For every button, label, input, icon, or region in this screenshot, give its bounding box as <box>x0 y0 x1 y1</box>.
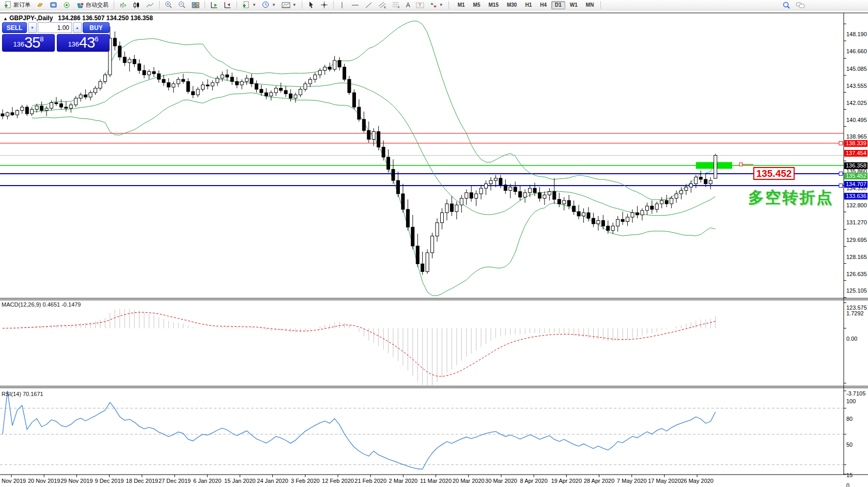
timeframe-button-H4[interactable]: H4 <box>536 1 550 9</box>
crosshair-icon <box>320 1 328 9</box>
svg-text:F: F <box>398 6 400 9</box>
market-watch-button[interactable] <box>34 1 46 10</box>
date-axis-label: 18 Dec 2019 <box>126 478 158 484</box>
horizontal-line-icon <box>351 2 359 9</box>
timeframe-button-H1[interactable]: H1 <box>521 1 535 9</box>
templates-button[interactable]: ▼ <box>280 1 299 10</box>
collapse-triangle-icon[interactable]: ▲ <box>3 16 8 21</box>
date-axis-label: 9 Dec 2019 <box>95 478 123 484</box>
sell-price-big: 35 <box>24 36 40 50</box>
axis-label: 0 <box>846 482 849 487</box>
terminal-button[interactable] <box>48 1 59 10</box>
chinese-note-annotation[interactable]: 多空转折点 <box>748 187 833 208</box>
text-tool[interactable]: A <box>404 1 412 10</box>
date-axis-label: 11 Mar 2020 <box>420 478 452 484</box>
axis-label: 129.695 <box>846 237 867 243</box>
buy-price-base: 136 <box>68 39 79 50</box>
cursor-icon <box>307 1 315 9</box>
bar-chart-mode-button[interactable] <box>117 1 129 10</box>
date-axis-label: 12 Feb 2020 <box>322 478 354 484</box>
price-callout-135452[interactable]: 135.452 <box>753 167 795 180</box>
chart-canvas[interactable] <box>0 10 868 487</box>
chart-symbol-label: GBPJPY-,Daily <box>9 14 53 22</box>
timeframe-button-M5[interactable]: M5 <box>470 1 484 9</box>
separator <box>448 1 449 9</box>
timeframe-button-M15[interactable]: M15 <box>485 1 502 9</box>
signal-button[interactable] <box>61 1 73 10</box>
axis-label: 132.800 <box>846 202 867 208</box>
sell-button[interactable]: SELL <box>2 22 27 33</box>
periods-button[interactable]: ▼ <box>260 1 278 10</box>
volume-down-button[interactable]: ▼ <box>28 22 37 33</box>
search-icon[interactable] <box>782 1 791 9</box>
chart-ohlc-values: 134.286 136.507 134.250 136.358 <box>58 14 153 22</box>
bar-chart-icon <box>119 2 127 9</box>
axis-label: 138.965 <box>846 133 867 140</box>
axis-label: 140.495 <box>846 117 867 123</box>
trendline-tool[interactable] <box>363 1 375 10</box>
volume-input[interactable] <box>38 22 72 33</box>
axis-label: 135.452 <box>844 173 867 179</box>
axis-label: 136.358 <box>844 162 867 169</box>
line-chart-mode-button[interactable] <box>144 1 156 10</box>
autotrading-button[interactable]: 自动交易 <box>74 1 111 10</box>
separator <box>237 1 237 9</box>
vertical-line-tool[interactable] <box>337 1 348 10</box>
new-chart-button[interactable]: ▼ <box>240 1 258 10</box>
monitor-icon <box>50 2 57 9</box>
zoom-out-button[interactable] <box>176 1 188 10</box>
date-axis-label: 20 Mar 2020 <box>453 478 485 484</box>
axis-label: 50 <box>846 442 853 448</box>
timeframe-button-MN[interactable]: MN <box>582 1 598 9</box>
candlestick-icon <box>133 2 141 9</box>
autotrading-label: 自动交易 <box>86 1 109 9</box>
chart-window[interactable]: ▲ GBPJPY-,Daily 134.286 136.507 134.250 … <box>0 10 868 487</box>
separator <box>302 1 302 9</box>
text-label-tool[interactable]: T <box>414 1 426 10</box>
fibonacci-tool[interactable]: F <box>390 1 402 10</box>
text-label-icon: T <box>416 2 424 9</box>
date-axis-label: 30 Mar 2020 <box>485 478 517 484</box>
axis-label: -3.7105 <box>846 390 865 397</box>
volume-up-button[interactable]: ▲ <box>73 22 82 33</box>
new-chart-icon <box>242 1 250 9</box>
autotrading-icon <box>76 2 84 9</box>
date-axis-label: 29 Nov 2019 <box>60 478 92 484</box>
chart-shift-icon <box>210 2 218 9</box>
separator <box>333 1 334 9</box>
date-axis-label: 17 May 2020 <box>648 478 681 484</box>
svg-text:T: T <box>419 3 422 8</box>
timeframe-button-M30[interactable]: M30 <box>503 1 520 9</box>
svg-text:E: E <box>384 6 386 9</box>
one-click-trading-panel: SELL ▼ ▲ BUY 136358 136436 <box>2 22 110 52</box>
timeframe-button-M1[interactable]: M1 <box>454 1 469 9</box>
template-icon <box>282 2 290 9</box>
axis-label: 148.190 <box>846 31 867 37</box>
zoom-in-button[interactable] <box>163 1 175 10</box>
chat-icon[interactable] <box>796 1 805 9</box>
axis-label: 15 <box>846 472 853 478</box>
candlestick-mode-button[interactable] <box>131 1 143 10</box>
arrows-tool[interactable]: ▼ <box>428 1 445 10</box>
auto-scroll-button[interactable] <box>222 1 234 10</box>
axis-label: 138.339 <box>844 140 867 147</box>
timeframe-button-D1[interactable]: D1 <box>551 1 565 9</box>
sell-price-display[interactable]: 136358 <box>2 34 55 52</box>
horizontal-line-tool[interactable] <box>349 1 361 10</box>
zoom-out-icon <box>178 1 186 9</box>
timeframe-button-W1[interactable]: W1 <box>566 1 581 9</box>
tile-windows-button[interactable] <box>190 1 202 10</box>
cursor-tool-button[interactable] <box>305 1 317 10</box>
chart-shift-button[interactable] <box>208 1 220 10</box>
buy-price-display[interactable]: 136436 <box>57 34 110 52</box>
channel-tool[interactable]: E <box>376 1 389 10</box>
trendline-icon <box>365 2 373 9</box>
new-order-button[interactable]: 新订单 <box>2 1 33 10</box>
text-tool-icon: A <box>406 2 410 9</box>
axis-label: 137.454 <box>844 150 867 157</box>
zoom-in-icon <box>165 1 173 9</box>
date-axis-label: 1 Nov 2019 <box>0 478 26 484</box>
crosshair-tool-button[interactable] <box>318 1 330 10</box>
buy-button[interactable]: BUY <box>83 22 110 33</box>
date-axis-label: 27 Dec 2019 <box>159 478 191 484</box>
